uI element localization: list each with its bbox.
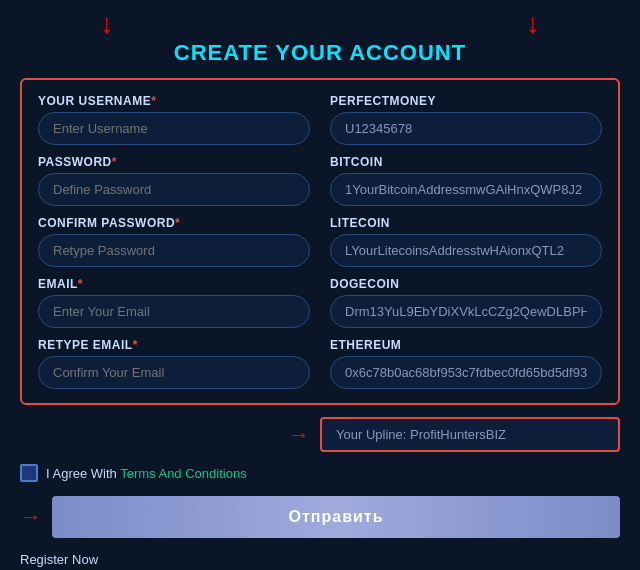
password-label: PASSWORD*: [38, 155, 310, 169]
arrow-right-top: ↓: [526, 10, 540, 38]
arrow-upline: →: [288, 422, 310, 448]
litecoin-input[interactable]: [330, 234, 602, 267]
terms-label: I Agree With Terms And Conditions: [46, 466, 247, 481]
page-title: CREATE YOUR ACCOUNT: [174, 40, 466, 66]
bitcoin-input[interactable]: [330, 173, 602, 206]
terms-row: I Agree With Terms And Conditions: [20, 464, 620, 482]
perfectmoney-label: PERFECTMONEY: [330, 94, 602, 108]
litecoin-label: LITECOIN: [330, 216, 602, 230]
top-arrows: ↓ ↓: [20, 10, 620, 38]
confirm-password-field-group: CONFIRM PASSWORD*: [38, 216, 310, 267]
email-field-group: EMAIL*: [38, 277, 310, 328]
username-label: YOUR USERNAME*: [38, 94, 310, 108]
upline-row: →: [20, 417, 620, 452]
username-input[interactable]: [38, 112, 310, 145]
litecoin-field-group: LITECOIN: [330, 216, 602, 267]
dogecoin-field-group: DOGECOIN: [330, 277, 602, 328]
submit-row: → Отправить: [20, 496, 620, 538]
terms-checkbox[interactable]: [20, 464, 38, 482]
bottom-section: → I Agree With Terms And Conditions → От…: [20, 417, 620, 567]
terms-link[interactable]: Terms And Conditions: [120, 466, 246, 481]
arrow-submit: →: [20, 504, 42, 530]
retype-email-label: RETYPE EMAIL*: [38, 338, 310, 352]
dogecoin-label: DOGECOIN: [330, 277, 602, 291]
retype-email-field-group: RETYPE EMAIL*: [38, 338, 310, 389]
email-label: EMAIL*: [38, 277, 310, 291]
ethereum-label: ETHEREUM: [330, 338, 602, 352]
ethereum-field-group: ETHEREUM: [330, 338, 602, 389]
submit-button[interactable]: Отправить: [52, 496, 620, 538]
register-now-link[interactable]: Register Now: [20, 552, 620, 567]
bitcoin-field-group: BITCOIN: [330, 155, 602, 206]
bitcoin-label: BITCOIN: [330, 155, 602, 169]
dogecoin-input[interactable]: [330, 295, 602, 328]
email-input[interactable]: [38, 295, 310, 328]
password-field-group: PASSWORD*: [38, 155, 310, 206]
upline-input[interactable]: [320, 417, 620, 452]
retype-email-input[interactable]: [38, 356, 310, 389]
perfectmoney-input[interactable]: [330, 112, 602, 145]
confirm-password-label: CONFIRM PASSWORD*: [38, 216, 310, 230]
perfectmoney-field-group: PERFECTMONEY: [330, 94, 602, 145]
form-container: YOUR USERNAME* PERFECTMONEY PASSWORD* BI…: [20, 78, 620, 405]
ethereum-input[interactable]: [330, 356, 602, 389]
password-input[interactable]: [38, 173, 310, 206]
username-field-group: YOUR USERNAME*: [38, 94, 310, 145]
confirm-password-input[interactable]: [38, 234, 310, 267]
form-grid: YOUR USERNAME* PERFECTMONEY PASSWORD* BI…: [38, 94, 602, 389]
arrow-left-top: ↓: [100, 10, 114, 38]
